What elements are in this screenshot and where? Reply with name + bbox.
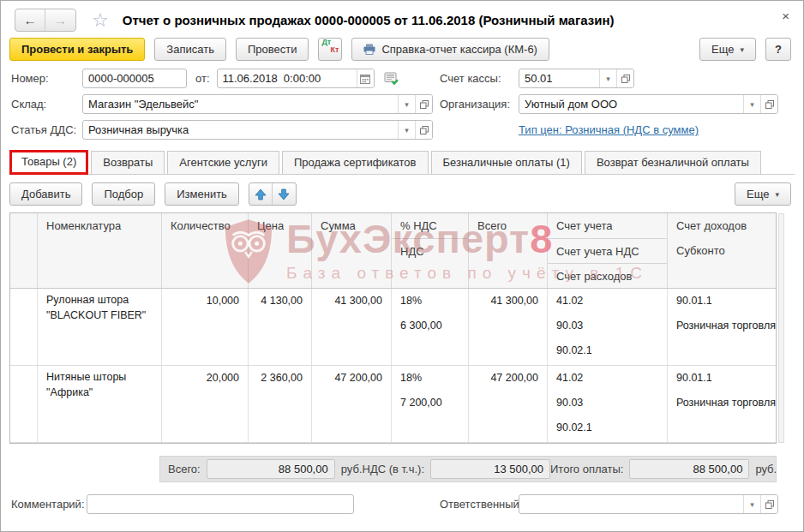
col-header-quantity[interactable]: Количество — [162, 213, 248, 238]
row-selector-cell[interactable] — [10, 366, 38, 442]
cashflow-item-value: Розничная выручка — [83, 121, 398, 139]
move-down-button[interactable] — [273, 183, 296, 205]
number-value: 0000-000005 — [83, 69, 186, 87]
col-header-income-account[interactable]: Счет доходов — [668, 213, 776, 238]
dropdown-arrow-icon[interactable]: ▾ — [398, 121, 415, 139]
tab-cashless-payments[interactable]: Безналичные оплаты (1) — [431, 151, 582, 174]
col-header-subconto[interactable]: Субконто — [668, 238, 776, 263]
cell-price[interactable]: 4 130,00 — [249, 289, 311, 314]
tab-agency-services[interactable]: Агентские услуги — [167, 151, 279, 174]
warehouse-input[interactable]: Магазин "Эдельвейс" ▾ — [82, 94, 433, 114]
close-icon[interactable]: × — [777, 9, 795, 23]
move-up-button[interactable] — [249, 183, 273, 205]
cash-account-label: Счет кассы: — [440, 72, 519, 85]
post-button[interactable]: Провести — [236, 38, 309, 61]
cell-total[interactable]: 47 200,00 — [469, 366, 547, 391]
cell-vat-rate[interactable]: 18% — [392, 289, 468, 314]
dropdown-arrow-icon[interactable]: ▾ — [599, 69, 616, 87]
cell-income-account[interactable]: 90.01.1 — [668, 366, 776, 391]
cell-subconto[interactable]: Розничная торговля — [668, 314, 776, 338]
table-row[interactable]: Рулонная штора "BLACKOUT FIBER" 10,000 4… — [10, 289, 776, 366]
dtkt-postings-button[interactable]: Дт Кт — [318, 38, 342, 61]
related-documents-icon[interactable] — [384, 72, 399, 85]
post-and-close-button[interactable]: Провести и закрыть — [9, 38, 145, 61]
help-button[interactable]: ? — [765, 38, 791, 61]
vertical-scrollbar[interactable] — [778, 213, 784, 443]
col-header-vat-rate[interactable]: % НДС — [392, 213, 468, 238]
col-header-vat[interactable]: НДС — [392, 238, 468, 263]
tab-cashless-refund[interactable]: Возврат безналичной оплаты — [585, 151, 761, 174]
open-icon[interactable] — [415, 95, 432, 113]
cell-vat-account[interactable]: 90.03 — [548, 391, 667, 415]
open-icon[interactable] — [616, 69, 633, 87]
tab-goods[interactable]: Товары (2) — [9, 150, 88, 175]
tab-returns[interactable]: Возвраты — [91, 151, 165, 174]
cash-account-input[interactable]: 50.01 ▾ — [519, 69, 634, 88]
row-selector-cell[interactable] — [10, 289, 38, 365]
cash-account-value: 50.01 — [519, 69, 599, 87]
tab-bar: Товары (2) Возвраты Агентские услуги Про… — [9, 150, 795, 175]
col-header-expense-account[interactable]: Счет расходов — [548, 263, 667, 288]
cell-amount[interactable]: 47 200,00 — [312, 366, 391, 391]
cell-income-account[interactable]: 90.01.1 — [668, 289, 776, 314]
save-button[interactable]: Записать — [154, 38, 226, 61]
cell-vat[interactable]: 7 200,00 — [392, 391, 468, 415]
open-icon[interactable] — [760, 95, 777, 113]
cell-quantity[interactable]: 20,000 — [162, 366, 248, 391]
cell-nomenclature[interactable]: Рулонная штора "BLACKOUT FIBER" — [38, 289, 162, 365]
edit-button[interactable]: Изменить — [165, 182, 239, 206]
responsible-value — [519, 495, 743, 513]
cell-subconto[interactable]: Розничная торговля — [668, 391, 776, 415]
col-header-amount[interactable]: Сумма — [312, 213, 391, 238]
table-more-button[interactable]: Еще ▾ — [735, 182, 791, 206]
dropdown-arrow-icon[interactable]: ▾ — [743, 495, 760, 513]
open-icon[interactable] — [760, 495, 777, 513]
price-type-link[interactable]: Тип цен: Розничная (НДС в сумме) — [519, 123, 699, 136]
cashflow-item-input[interactable]: Розничная выручка ▾ — [82, 120, 433, 140]
cell-vat-account[interactable]: 90.03 — [548, 314, 667, 338]
cashier-report-button[interactable]: Справка-отчет кассира (КМ-6) — [351, 38, 549, 61]
kt-label: Кт — [331, 46, 339, 54]
open-icon[interactable] — [415, 121, 432, 139]
more-button[interactable]: Еще ▾ — [699, 38, 756, 61]
forward-button[interactable]: → — [45, 9, 75, 31]
tab-certificates[interactable]: Продажа сертификатов — [282, 151, 429, 174]
favorites-star-icon[interactable]: ☆ — [92, 11, 109, 30]
table-row[interactable]: Нитяные шторы "Африка" 20,000 2 360,00 4… — [10, 366, 776, 443]
comment-input[interactable] — [87, 494, 354, 514]
cell-account[interactable]: 41.02 — [548, 289, 667, 314]
number-input[interactable]: 0000-000005 — [82, 69, 187, 88]
cell-quantity[interactable]: 10,000 — [162, 289, 248, 314]
cell-account[interactable]: 41.02 — [548, 366, 667, 391]
cell-vat-rate[interactable]: 18% — [392, 366, 468, 391]
responsible-input[interactable]: ▾ — [519, 494, 778, 514]
responsible-label: Ответственный: — [440, 498, 519, 511]
add-button[interactable]: Добавить — [9, 182, 82, 206]
back-button[interactable]: ← — [15, 9, 45, 31]
col-header-total[interactable]: Всего — [469, 213, 547, 238]
chevron-down-icon: ▾ — [775, 190, 779, 199]
organization-input[interactable]: Уютный дом ООО ▾ — [519, 94, 778, 114]
calendar-icon[interactable] — [357, 69, 374, 87]
cell-expense-account[interactable]: 90.02.1 — [548, 338, 667, 363]
cell-vat[interactable]: 6 300,00 — [392, 314, 468, 338]
move-row-button-group — [249, 182, 297, 206]
totals-bar: Всего: 88 500,00 руб. НДС (в т.ч.): 13 5… — [159, 456, 777, 482]
col-header-price[interactable]: Цена — [249, 213, 311, 238]
col-header-vat-account[interactable]: Счет учета НДС — [548, 238, 667, 263]
date-input[interactable]: 11.06.2018 0:00:00 — [217, 69, 375, 88]
pick-button[interactable]: Подбор — [92, 182, 155, 206]
cell-nomenclature[interactable]: Нитяные шторы "Африка" — [38, 366, 162, 442]
dropdown-arrow-icon[interactable]: ▾ — [743, 95, 760, 113]
dropdown-arrow-icon[interactable]: ▾ — [398, 95, 415, 113]
col-header-nomenclature[interactable]: Номенклатура — [38, 213, 161, 238]
arrow-down-icon — [278, 188, 290, 200]
command-toolbar: Провести и закрыть Записать Провести Дт … — [1, 35, 803, 65]
cashflow-item-label: Статья ДДС: — [11, 123, 82, 136]
cell-total[interactable]: 41 300,00 — [469, 289, 547, 314]
cell-expense-account[interactable]: 90.02.1 — [548, 415, 667, 440]
cell-price[interactable]: 2 360,00 — [249, 366, 311, 391]
cell-amount[interactable]: 41 300,00 — [312, 289, 391, 314]
row-selector-header — [10, 213, 38, 288]
col-header-account[interactable]: Счет учета — [548, 213, 667, 238]
